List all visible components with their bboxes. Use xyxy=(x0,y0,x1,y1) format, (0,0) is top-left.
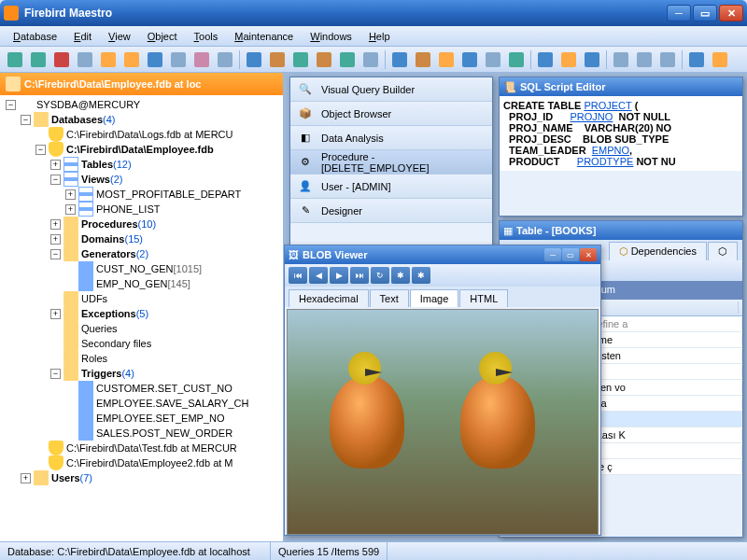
tree-node[interactable]: +PHONE_LIST xyxy=(2,202,281,217)
tree-node[interactable]: −Databases (4) xyxy=(2,112,281,127)
blob-star1[interactable]: ✱ xyxy=(391,267,410,284)
panel-designer[interactable]: ✎Designer xyxy=(290,199,492,223)
toolbar-btn-0[interactable] xyxy=(4,49,26,70)
tree-node[interactable]: +Tables (12) xyxy=(2,157,281,172)
tree-node[interactable]: −Generators (2) xyxy=(2,246,281,261)
blob-tab-html[interactable]: HTML xyxy=(459,289,508,307)
toolbar-btn-2[interactable] xyxy=(50,49,73,70)
panel-data-analysis[interactable]: ◧Data Analysis xyxy=(290,126,492,150)
toolbar-btn-19[interactable] xyxy=(412,49,434,70)
minimize-button[interactable]: ─ xyxy=(667,5,691,21)
blob-tab-image[interactable]: Image xyxy=(410,289,459,307)
toolbar-btn-21[interactable] xyxy=(458,49,481,70)
tree-node[interactable]: +Exceptions (5) xyxy=(2,306,281,321)
tree-node[interactable]: EMP_NO_GEN [145] xyxy=(2,276,281,291)
menu-maintenance[interactable]: Maintenance xyxy=(227,29,301,44)
menu-tools[interactable]: Tools xyxy=(187,29,226,44)
tree-node[interactable]: CUSTOMER.SET_CUST_NO xyxy=(2,381,281,396)
toolbar-btn-18[interactable] xyxy=(388,49,411,70)
toolbar-btn-23[interactable] xyxy=(505,49,528,70)
panel-procedure[interactable]: ⚙Procedure - [DELETE_EMPLOYEE] xyxy=(290,150,492,175)
panel-visual-query[interactable]: 🔍Visual Query Builder xyxy=(290,77,492,102)
tree-icon xyxy=(19,97,34,112)
blob-tab-hexadecimal[interactable]: Hexadecimal xyxy=(289,289,369,307)
tree-node[interactable]: CUST_NO_GEN [1015] xyxy=(2,261,281,276)
panel-object-browser[interactable]: 📦Object Browser xyxy=(290,102,492,126)
toolbar-btn-12[interactable] xyxy=(266,49,289,70)
toolbar-btn-13[interactable] xyxy=(289,49,312,70)
menu-view[interactable]: View xyxy=(101,29,138,44)
blob-minimize[interactable]: ─ xyxy=(544,248,561,261)
tree-node[interactable]: +Users (7) xyxy=(2,470,281,485)
blob-first[interactable]: ⏮ xyxy=(289,267,307,284)
menu-database[interactable]: Database xyxy=(6,29,64,44)
script-icon: 📜 xyxy=(503,81,516,93)
toolbar-btn-25[interactable] xyxy=(534,49,557,70)
tree-node[interactable]: +MOST_PROFITABLE_DEPART xyxy=(2,187,281,202)
tree-node[interactable]: −C:\Firebird\Data\Employee.fdb xyxy=(2,142,281,157)
tree-node[interactable]: Queries xyxy=(2,321,281,336)
toolbar-btn-9[interactable] xyxy=(214,49,236,70)
tab-more[interactable]: ⬡ xyxy=(708,242,738,260)
sql-content[interactable]: CREATE TABLE PROJECT ( PROJ_ID PROJNO NO… xyxy=(500,96,742,171)
menu-object[interactable]: Object xyxy=(140,29,185,44)
menu-windows[interactable]: Windows xyxy=(303,29,359,44)
app-icon xyxy=(4,6,19,21)
maximize-button[interactable]: ▭ xyxy=(693,5,717,21)
toolbar-btn-34[interactable] xyxy=(709,49,731,70)
toolbar-btn-7[interactable] xyxy=(167,49,190,70)
tree-node[interactable]: SALES.POST_NEW_ORDER xyxy=(2,426,281,441)
toolbar-btn-16[interactable] xyxy=(359,49,382,70)
statusbar: Database: C:\Firebird\Data\Employee.fdb … xyxy=(0,541,747,560)
tree-node[interactable]: C:\Firebird\Data\Logs.fdb at MERCU xyxy=(2,127,281,142)
toolbar-btn-11[interactable] xyxy=(243,49,265,70)
toolbar-btn-5[interactable] xyxy=(120,49,143,70)
toolbar-btn-33[interactable] xyxy=(685,49,708,70)
toolbar-btn-22[interactable] xyxy=(482,49,504,70)
close-button[interactable]: ✕ xyxy=(719,5,743,21)
tree-node[interactable]: EMPLOYEE.SET_EMP_NO xyxy=(2,411,281,426)
tree-node[interactable]: −SYSDBA@MERCURY xyxy=(2,97,281,112)
tree-node[interactable]: Secondary files xyxy=(2,336,281,351)
blob-next[interactable]: ▶ xyxy=(330,267,348,284)
tree-node[interactable]: EMPLOYEE.SAVE_SALARY_CH xyxy=(2,396,281,411)
tree-icon xyxy=(78,276,93,291)
toolbar-btn-1[interactable] xyxy=(27,49,49,70)
blob-refresh[interactable]: ↻ xyxy=(371,267,389,284)
tree-node[interactable]: UDFs xyxy=(2,291,281,306)
toolbar-btn-6[interactable] xyxy=(144,49,166,70)
blob-star2[interactable]: ✱ xyxy=(412,267,430,284)
object-tree[interactable]: −SYSDBA@MERCURY−Databases (4)C:\Firebird… xyxy=(0,95,283,541)
toolbar-btn-14[interactable] xyxy=(313,49,335,70)
tab-dependencies[interactable]: ⬡ Dependencies xyxy=(609,242,707,260)
toolbar-btn-26[interactable] xyxy=(557,49,580,70)
menu-help[interactable]: Help xyxy=(361,29,398,44)
blob-close[interactable]: ✕ xyxy=(580,248,597,261)
toolbar-btn-8[interactable] xyxy=(190,49,213,70)
blob-last[interactable]: ⏭ xyxy=(350,267,369,284)
tree-icon xyxy=(78,261,93,276)
toolbar-btn-3[interactable] xyxy=(74,49,96,70)
blob-maximize[interactable]: ▭ xyxy=(562,248,579,261)
panel-user[interactable]: 👤User - [ADMIN] xyxy=(290,175,492,199)
tree-icon xyxy=(34,112,49,127)
blob-tab-text[interactable]: Text xyxy=(370,289,409,307)
toolbar-btn-15[interactable] xyxy=(336,49,359,70)
tree-node[interactable]: +Domains (15) xyxy=(2,231,281,246)
toolbar-btn-30[interactable] xyxy=(633,49,655,70)
tree-node[interactable]: +Procedures (10) xyxy=(2,217,281,231)
tree-icon xyxy=(78,381,93,396)
toolbar-btn-29[interactable] xyxy=(610,49,632,70)
toolbar-btn-20[interactable] xyxy=(435,49,458,70)
window-title: Firebird Maestro xyxy=(24,7,667,20)
tree-node[interactable]: −Views (2) xyxy=(2,172,281,187)
blob-prev[interactable]: ◀ xyxy=(309,267,328,284)
tree-node[interactable]: C:\Firebird\Data\Employee2.fdb at M xyxy=(2,455,281,470)
toolbar-btn-27[interactable] xyxy=(581,49,603,70)
toolbar-btn-31[interactable] xyxy=(656,49,679,70)
tree-node[interactable]: Roles xyxy=(2,351,281,366)
toolbar-btn-4[interactable] xyxy=(97,49,120,70)
menu-edit[interactable]: Edit xyxy=(66,29,99,44)
tree-node[interactable]: −Triggers (4) xyxy=(2,366,281,381)
tree-node[interactable]: C:\Firebird\Data\Test.fdb at MERCUR xyxy=(2,441,281,455)
